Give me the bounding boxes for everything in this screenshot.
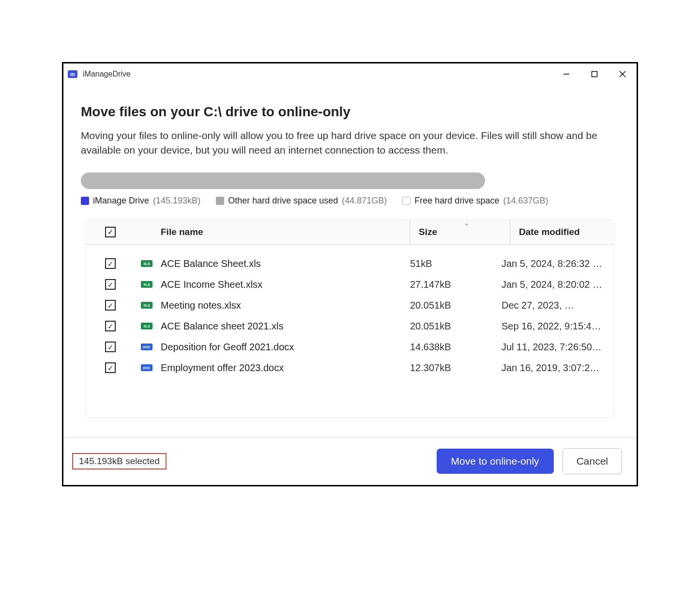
excel-file-icon: XLS bbox=[141, 281, 152, 288]
table-row[interactable]: ✓DOCEmployment offer 2023.docx12.307kBJa… bbox=[86, 358, 614, 378]
row-checkbox[interactable]: ✓ bbox=[105, 321, 116, 331]
cancel-button[interactable]: Cancel bbox=[563, 448, 622, 474]
app-title: iManageDrive bbox=[83, 70, 552, 78]
file-table: ⌄ ✓ File name Size Date modified ✓XLSACE… bbox=[86, 219, 614, 418]
file-name: Deposition for Geoff 2021.docx bbox=[159, 342, 401, 353]
row-checkbox[interactable]: ✓ bbox=[105, 342, 116, 352]
file-name: ACE Balance Sheet.xls bbox=[159, 258, 401, 269]
file-size: 51kB bbox=[410, 258, 492, 269]
table-row[interactable]: ✓XLSACE Income Sheet.xlsx27.147kBJan 5, … bbox=[86, 274, 614, 295]
app-window: m iManageDrive Move files on your C:\ dr… bbox=[62, 62, 638, 486]
move-to-online-only-button[interactable]: Move to online-only bbox=[437, 449, 554, 474]
excel-file-icon: XLS bbox=[141, 302, 152, 309]
storage-usage-bar bbox=[81, 172, 485, 189]
selection-summary: 145.193kB selected bbox=[72, 453, 167, 469]
close-button[interactable] bbox=[609, 64, 637, 84]
table-row[interactable]: ✓XLSACE Balance sheet 2021.xls20.051kBSe… bbox=[86, 316, 614, 337]
dialog-content: Move files on your C:\ drive to online-o… bbox=[63, 85, 637, 422]
column-header-name[interactable]: File name bbox=[159, 227, 401, 237]
legend-swatch-outline bbox=[402, 197, 411, 205]
file-size: 20.051kB bbox=[410, 300, 492, 311]
file-size: 14.638kB bbox=[410, 342, 492, 353]
legend-free-value: (14.637GB) bbox=[503, 196, 548, 206]
titlebar: m iManageDrive bbox=[63, 63, 637, 85]
legend-imanage-label: iManage Drive bbox=[93, 196, 149, 206]
table-header-row: ⌄ ✓ File name Size Date modified bbox=[86, 220, 614, 245]
legend-swatch-blue bbox=[81, 197, 89, 205]
file-date: Dec 27, 2023, … bbox=[502, 300, 614, 311]
maximize-button[interactable] bbox=[580, 64, 609, 84]
excel-file-icon: XLS bbox=[141, 323, 152, 329]
legend-other: Other hard drive space used (44.871GB) bbox=[216, 196, 387, 206]
select-all-checkbox[interactable]: ✓ bbox=[105, 227, 116, 237]
row-checkbox[interactable]: ✓ bbox=[105, 279, 116, 290]
column-header-date[interactable]: Date modified bbox=[519, 227, 614, 237]
file-size: 20.051kB bbox=[410, 321, 492, 332]
column-header-size[interactable]: Size bbox=[419, 227, 501, 237]
dialog-footer: 145.193kB selected Move to online-only C… bbox=[63, 437, 637, 485]
file-size: 27.147kB bbox=[410, 279, 492, 290]
table-row[interactable]: ✓DOCDeposition for Geoff 2021.docx14.638… bbox=[86, 337, 614, 358]
file-date: Sep 16, 2022, 9:15:4… bbox=[502, 321, 614, 332]
column-divider bbox=[510, 220, 510, 244]
legend-imanage: iManage Drive (145.193kB) bbox=[81, 196, 200, 206]
excel-file-icon: XLS bbox=[141, 260, 152, 267]
file-name: Meeting notes.xlsx bbox=[159, 300, 401, 311]
dialog-heading: Move files on your C:\ drive to online-o… bbox=[81, 104, 619, 120]
file-name: ACE Balance sheet 2021.xls bbox=[159, 321, 401, 332]
app-icon: m bbox=[67, 69, 78, 79]
table-row[interactable]: ✓XLSMeeting notes.xlsx20.051kBDec 27, 20… bbox=[86, 295, 614, 316]
file-date: Jan 16, 2019, 3:07:2… bbox=[502, 362, 614, 374]
file-name: Employment offer 2023.docx bbox=[159, 362, 401, 374]
word-file-icon: DOC bbox=[141, 364, 152, 371]
legend-swatch-gray bbox=[216, 197, 224, 205]
sort-indicator-icon[interactable]: ⌄ bbox=[464, 219, 470, 227]
legend-free-label: Free hard drive space bbox=[414, 196, 499, 206]
file-size: 12.307kB bbox=[410, 362, 492, 374]
dialog-description: Moving your files to online-only will al… bbox=[81, 128, 619, 158]
svg-text:m: m bbox=[70, 71, 75, 77]
file-date: Jan 5, 2024, 8:20:02 … bbox=[502, 279, 614, 290]
column-divider bbox=[410, 220, 410, 244]
svg-rect-3 bbox=[592, 72, 597, 77]
minimize-button[interactable] bbox=[552, 64, 580, 84]
file-date: Jan 5, 2024, 8:26:32 … bbox=[502, 258, 614, 269]
legend-other-value: (44.871GB) bbox=[342, 196, 387, 206]
legend-other-label: Other hard drive space used bbox=[228, 196, 338, 206]
storage-legend: iManage Drive (145.193kB) Other hard dri… bbox=[81, 196, 619, 206]
row-checkbox[interactable]: ✓ bbox=[105, 300, 116, 311]
file-date: Jul 11, 2023, 7:26:50… bbox=[502, 342, 614, 353]
row-checkbox[interactable]: ✓ bbox=[105, 258, 116, 269]
legend-imanage-value: (145.193kB) bbox=[153, 196, 200, 206]
table-row[interactable]: ✓XLSACE Balance Sheet.xls51kBJan 5, 2024… bbox=[86, 253, 614, 274]
row-checkbox[interactable]: ✓ bbox=[105, 362, 116, 373]
window-controls bbox=[552, 64, 637, 84]
file-name: ACE Income Sheet.xlsx bbox=[159, 279, 401, 290]
word-file-icon: DOC bbox=[141, 343, 152, 350]
legend-free: Free hard drive space (14.637GB) bbox=[402, 196, 548, 206]
table-body: ✓XLSACE Balance Sheet.xls51kBJan 5, 2024… bbox=[86, 245, 614, 417]
